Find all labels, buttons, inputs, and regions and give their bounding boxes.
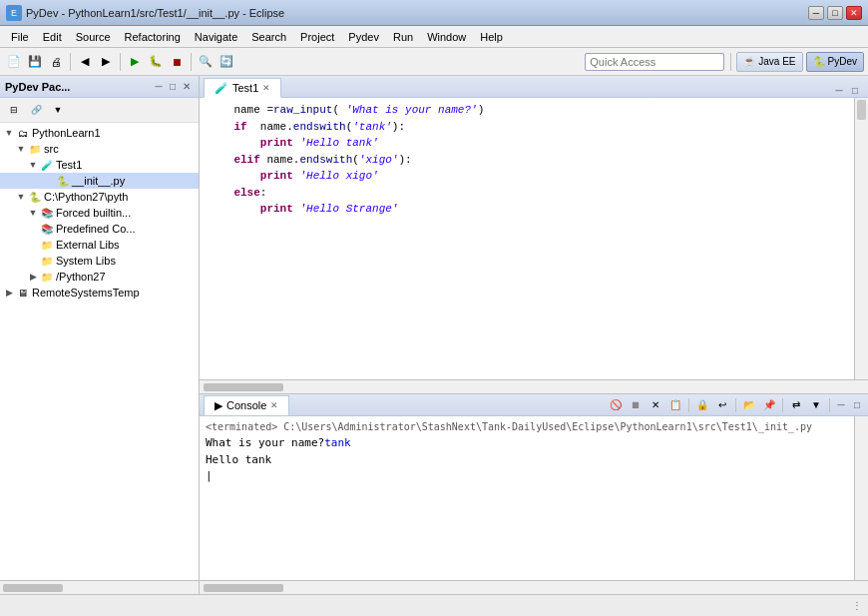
- pydev-perspective-button[interactable]: 🐍 PyDev: [806, 52, 864, 72]
- minimize-button[interactable]: ─: [808, 6, 824, 20]
- tree-label: RemoteSystemsTemp: [32, 287, 140, 299]
- stop-button[interactable]: ⏹: [167, 52, 187, 72]
- toolbar-sep-2: [120, 53, 121, 71]
- folder-icon: 📁: [40, 254, 54, 268]
- menu-run[interactable]: Run: [386, 29, 420, 45]
- editor-scrollbar-thumb[interactable]: [857, 100, 866, 120]
- menu-refactoring[interactable]: Refactoring: [118, 29, 188, 45]
- close-button[interactable]: ✕: [846, 6, 862, 20]
- editor-scrollbar-v[interactable]: [854, 98, 868, 379]
- console-switch-button[interactable]: ⇄: [787, 396, 805, 414]
- console-stop-button[interactable]: ⏹: [627, 396, 645, 414]
- editor-tab-test1[interactable]: 🧪 Test1 ✕: [204, 78, 281, 98]
- tree-item-remote[interactable]: ▶ 🖥 RemoteSystemsTemp: [0, 285, 199, 301]
- editor-tab-close[interactable]: ✕: [262, 83, 270, 93]
- console-scrollbar-v[interactable]: [854, 416, 868, 580]
- scrollbar-thumb[interactable]: [204, 584, 283, 592]
- toggle-icon[interactable]: ▼: [28, 208, 38, 218]
- tree-item-src[interactable]: ▼ 📁 src: [0, 141, 199, 157]
- console-tab[interactable]: ▶ Console ✕: [204, 395, 289, 415]
- console-remove-button[interactable]: ✕: [647, 396, 664, 414]
- toggle-icon: [28, 256, 38, 266]
- editor-scrollbar-h[interactable]: [200, 379, 868, 393]
- console-pin-button[interactable]: 📌: [760, 396, 778, 414]
- console-copy-button[interactable]: 📋: [666, 396, 684, 414]
- console-tab-bar: ▶ Console ✕ 🚫 ⏹ ✕ 📋 🔒 ↩ 📂 📌 ⇄: [200, 394, 868, 416]
- tree-item-pythonlearn1[interactable]: ▼ 🗂 PythonLearn1: [0, 125, 199, 141]
- save-button[interactable]: 💾: [25, 52, 45, 72]
- menu-project[interactable]: Project: [293, 29, 341, 45]
- tree-item-python27[interactable]: ▼ 🐍 C:\Python27\pyth: [0, 189, 199, 205]
- tree-item-python27-dir[interactable]: ▶ 📁 /Python27: [0, 269, 199, 285]
- java-ee-perspective-button[interactable]: ☕ Java EE: [736, 52, 802, 72]
- editor-pane-maximize[interactable]: □: [848, 83, 862, 97]
- quick-access-box: ☕ Java EE 🐍 PyDev: [585, 52, 864, 72]
- menu-window[interactable]: Window: [420, 29, 473, 45]
- debug-button[interactable]: 🐛: [146, 52, 166, 72]
- left-panel-scrollbar-h[interactable]: [0, 580, 199, 594]
- menu-navigate[interactable]: Navigate: [188, 29, 244, 45]
- search-tb-button[interactable]: 🔍: [196, 52, 216, 72]
- quick-access-input[interactable]: [585, 53, 724, 71]
- left-panel-maximize-button[interactable]: □: [166, 80, 180, 94]
- forward-button[interactable]: ▶: [96, 52, 116, 72]
- tree-item-forced[interactable]: ▼ 📚 Forced builtin...: [0, 205, 199, 221]
- toggle-icon[interactable]: ▶: [4, 288, 14, 298]
- editor-content[interactable]: name =raw_input( 'What is your name?') i…: [200, 98, 854, 379]
- run-button[interactable]: ▶: [125, 52, 145, 72]
- tree-item-init-py[interactable]: 🐍 __init__.py: [0, 173, 199, 189]
- tree-item-test1[interactable]: ▼ 🧪 Test1: [0, 157, 199, 173]
- console-tab-close[interactable]: ✕: [270, 400, 278, 410]
- toolbar-run-group: ▶ 🐛 ⏹: [125, 52, 187, 72]
- package-explorer-tree[interactable]: ▼ 🗂 PythonLearn1 ▼ 📁 src ▼ 🧪 Test1: [0, 123, 199, 580]
- left-panel: PyDev Pac... ─ □ ✕ ⊟ 🔗 ▼ ▼ 🗂 PythonLearn…: [0, 76, 200, 594]
- tree-menu-button[interactable]: ▼: [48, 100, 68, 120]
- menu-help[interactable]: Help: [473, 29, 510, 45]
- scrollbar-thumb[interactable]: [3, 584, 63, 592]
- left-panel-header: PyDev Pac... ─ □ ✕: [0, 76, 199, 98]
- console-clear-button[interactable]: 🚫: [607, 396, 625, 414]
- left-panel-close-button[interactable]: ✕: [180, 80, 194, 94]
- link-editor-button[interactable]: 🔗: [26, 100, 46, 120]
- console-word-wrap[interactable]: ↩: [713, 396, 731, 414]
- sync-button[interactable]: 🔄: [217, 52, 236, 72]
- collapse-all-button[interactable]: ⊟: [4, 100, 24, 120]
- tree-item-external[interactable]: 📁 External Libs: [0, 237, 199, 253]
- tree-toolbar: ⊟ 🔗 ▼: [0, 98, 199, 123]
- maximize-button[interactable]: □: [827, 6, 843, 20]
- editor-tab-bar: 🧪 Test1 ✕ ─ □: [200, 76, 868, 98]
- package-icon: 🧪: [40, 158, 54, 172]
- menu-search[interactable]: Search: [244, 29, 293, 45]
- editor-pane-minimize[interactable]: ─: [832, 83, 846, 97]
- menu-source[interactable]: Source: [69, 29, 118, 45]
- console-menu-button[interactable]: ▼: [807, 396, 825, 414]
- toggle-icon[interactable]: ▼: [4, 128, 14, 138]
- scrollbar-thumb[interactable]: [204, 383, 283, 391]
- toggle-icon[interactable]: ▶: [28, 272, 38, 282]
- console-content[interactable]: <terminated> C:\Users\Administrator\Stas…: [200, 416, 854, 580]
- console-scrollbar-h[interactable]: [200, 580, 868, 594]
- folder-icon: 📁: [28, 142, 42, 156]
- status-right: ⋮: [852, 600, 862, 611]
- menu-edit[interactable]: Edit: [36, 29, 69, 45]
- print-button[interactable]: 🖨: [46, 52, 66, 72]
- toggle-icon[interactable]: ▼: [16, 192, 26, 202]
- console-maximize-button[interactable]: □: [850, 398, 864, 412]
- new-button[interactable]: 📄: [4, 52, 24, 72]
- console-open-file-button[interactable]: 📂: [740, 396, 758, 414]
- code-line-6: else:: [208, 185, 846, 202]
- console-minimize-button[interactable]: ─: [834, 398, 848, 412]
- tree-item-system[interactable]: 📁 System Libs: [0, 253, 199, 269]
- toggle-icon[interactable]: ▼: [16, 144, 26, 154]
- menu-file[interactable]: File: [4, 29, 36, 45]
- toggle-icon[interactable]: ▼: [28, 160, 38, 170]
- console-scroll-lock[interactable]: 🔒: [693, 396, 711, 414]
- back-button[interactable]: ◀: [75, 52, 95, 72]
- menu-pydev[interactable]: Pydev: [341, 29, 386, 45]
- console-icon: ▶: [215, 399, 222, 412]
- toolbar-nav-group: ◀ ▶: [75, 52, 116, 72]
- tree-item-predefined[interactable]: 📚 Predefined Co...: [0, 221, 199, 237]
- console-line-1: What is your name?tank: [206, 435, 848, 452]
- left-panel-minimize-button[interactable]: ─: [152, 80, 166, 94]
- toolbar-sep-3: [191, 53, 192, 71]
